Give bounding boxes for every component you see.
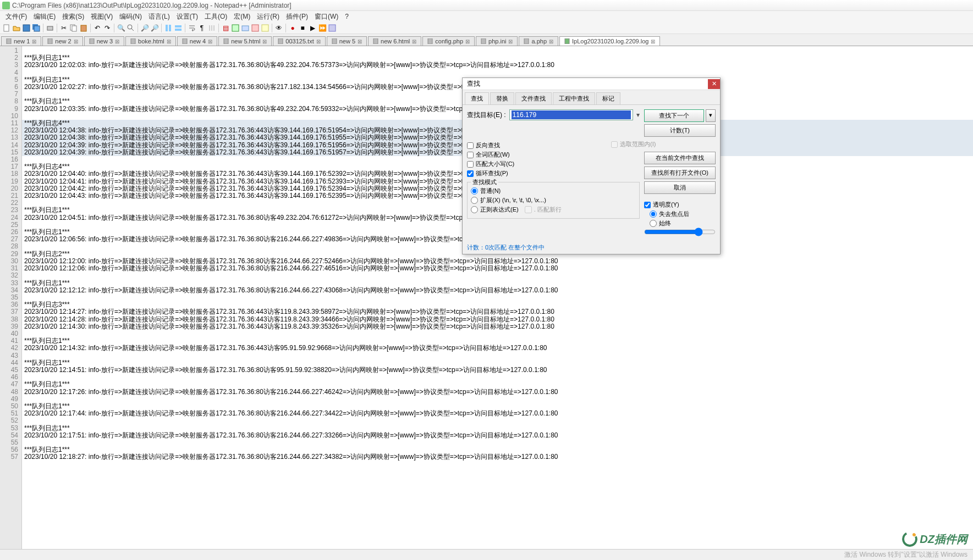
trans-always-radio[interactable]: 始终 (650, 219, 716, 228)
close-icon[interactable]: ⊠ (412, 38, 416, 45)
find-tab[interactable]: 文件查找 (515, 92, 552, 104)
find-tab[interactable]: 工程中查找 (553, 92, 595, 104)
find-dialog-titlebar[interactable]: 查找 ✕ (463, 78, 720, 90)
show-all-chars-icon[interactable]: ¶ (197, 24, 206, 32)
close-icon[interactable]: ⊠ (74, 38, 78, 45)
replace-icon[interactable] (127, 24, 135, 32)
folder-icon[interactable] (241, 24, 250, 32)
close-icon[interactable]: ✕ (708, 79, 720, 89)
save-macro-icon[interactable] (328, 24, 337, 32)
mode-regex-radio[interactable]: 正则表达式(E) . 匹配新行 (471, 206, 636, 214)
menu-item[interactable]: 编辑(E) (30, 11, 59, 23)
file-tab[interactable]: new 3⊠ (84, 36, 124, 46)
stop-icon[interactable]: ■ (298, 24, 307, 32)
file-tab[interactable]: a.php⊠ (519, 36, 558, 46)
transparency-checkbox[interactable]: 透明度(Y) (644, 201, 716, 209)
indent-guide-icon[interactable] (207, 24, 216, 32)
count-button[interactable]: 计数(T) (644, 124, 716, 137)
find-target-input[interactable] (512, 110, 631, 119)
redo-icon[interactable]: ↷ (103, 24, 112, 32)
undo-icon[interactable]: ↶ (93, 24, 102, 32)
save-icon[interactable] (22, 24, 31, 32)
menu-item[interactable]: ? (342, 12, 352, 21)
file-tab[interactable]: boke.html⊠ (125, 36, 176, 46)
zoom-in-icon[interactable]: 🔎 (140, 24, 149, 32)
new-file-icon[interactable] (2, 24, 11, 32)
chevron-down-icon[interactable]: ▾ (636, 111, 640, 119)
find-tab[interactable]: 查找 (465, 92, 489, 104)
menu-item[interactable]: 搜索(S) (59, 11, 87, 23)
monitoring-icon[interactable]: 👁 (274, 24, 283, 32)
svg-rect-16 (252, 25, 259, 31)
matchcase-checkbox[interactable]: 匹配大小写(C) (467, 160, 640, 168)
menu-item[interactable]: 文件(F) (2, 11, 30, 23)
doc-list-icon[interactable] (261, 24, 270, 32)
find-tab[interactable]: 标记 (596, 92, 620, 104)
close-icon[interactable]: ⊠ (167, 38, 171, 45)
close-icon[interactable]: ⊠ (262, 38, 267, 45)
find-tab[interactable]: 替换 (490, 92, 514, 104)
sync-h-icon[interactable] (174, 24, 183, 32)
wrap-checkbox[interactable]: 循环查找(P) (467, 169, 640, 178)
record-icon[interactable]: ● (288, 24, 297, 32)
find-status: 计数：0次匹配 在整个文件中 (463, 241, 720, 254)
file-tab[interactable]: IpLog20231020.log.2209.log⊠ (559, 36, 660, 46)
menu-item[interactable]: 编码(N) (116, 11, 145, 23)
play-multi-icon[interactable]: ⏩ (318, 24, 327, 32)
menu-item[interactable]: 宏(M) (230, 11, 254, 23)
close-icon[interactable]: ⊠ (549, 38, 553, 45)
svg-rect-25 (278, 38, 283, 44)
file-tab[interactable]: new 4⊠ (177, 36, 217, 46)
file-icon (427, 38, 433, 44)
wholeword-checkbox[interactable]: 全词匹配(W) (467, 151, 640, 159)
file-tab[interactable]: new 6.html⊠ (368, 36, 421, 46)
file-tab[interactable]: 003125.txt⊠ (273, 36, 325, 46)
file-tab[interactable]: config.php⊠ (422, 36, 475, 46)
file-tab[interactable]: new 1⊠ (1, 36, 41, 46)
lang-icon[interactable]: ▤ (221, 24, 230, 32)
cancel-button[interactable]: 取消 (644, 181, 716, 194)
menu-item[interactable]: 视图(V) (87, 11, 116, 23)
wordwrap-icon[interactable] (188, 24, 196, 32)
file-tab[interactable]: new 5.html⊠ (218, 36, 272, 46)
func-list-icon[interactable] (231, 24, 240, 32)
close-icon[interactable]: ⊠ (508, 38, 513, 45)
close-icon[interactable]: ⊠ (465, 38, 470, 45)
close-icon[interactable]: ⊠ (358, 38, 362, 45)
code-line: ***队列日志1*** (24, 228, 70, 236)
mode-extended-radio[interactable]: 扩展(X) (\n, \r, \t, \0, \x...) (471, 196, 636, 204)
close-icon[interactable]: ⊠ (32, 38, 36, 45)
file-tab[interactable]: new 2⊠ (42, 36, 83, 46)
play-icon[interactable]: ▶ (308, 24, 317, 32)
close-icon[interactable]: ⊠ (651, 38, 655, 45)
doc-map-icon[interactable] (251, 24, 260, 32)
close-icon[interactable]: ⊠ (208, 38, 212, 45)
menu-item[interactable]: 设置(T) (173, 11, 201, 23)
copy-icon[interactable] (69, 24, 78, 32)
close-icon[interactable]: ⊠ (115, 38, 119, 45)
menu-item[interactable]: 语言(L) (145, 11, 173, 23)
find-in-current-button[interactable]: 在当前文件中查找 (644, 152, 716, 164)
transparency-slider[interactable] (644, 229, 716, 235)
sync-v-icon[interactable] (164, 24, 173, 32)
find-icon[interactable]: 🔍 (117, 24, 125, 32)
mode-normal-radio[interactable]: 普通(N) (471, 187, 636, 195)
file-tab[interactable]: new 5⊠ (327, 36, 367, 46)
paste-icon[interactable] (79, 24, 88, 32)
close-icon[interactable]: ⊠ (316, 38, 321, 45)
open-file-icon[interactable] (12, 24, 21, 32)
cut-icon[interactable]: ✂ (59, 24, 68, 32)
trans-lostfocus-radio[interactable]: 失去焦点后 (650, 210, 716, 218)
find-next-dropdown[interactable]: ▾ (706, 109, 716, 122)
find-target-combo[interactable] (509, 109, 633, 120)
find-in-open-button[interactable]: 查找所有打开文件(O) (644, 167, 716, 179)
find-next-button[interactable]: 查找下一个 (644, 109, 704, 122)
menu-item[interactable]: 工具(O) (201, 11, 230, 23)
print-icon[interactable] (46, 24, 54, 32)
menu-item[interactable]: 窗口(W) (311, 11, 342, 23)
file-tab[interactable]: php.ini⊠ (476, 36, 518, 46)
menu-item[interactable]: 运行(R) (254, 11, 283, 23)
menu-item[interactable]: 插件(P) (283, 11, 311, 23)
zoom-out-icon[interactable]: 🔎 (150, 24, 159, 32)
save-all-icon[interactable] (32, 24, 41, 32)
